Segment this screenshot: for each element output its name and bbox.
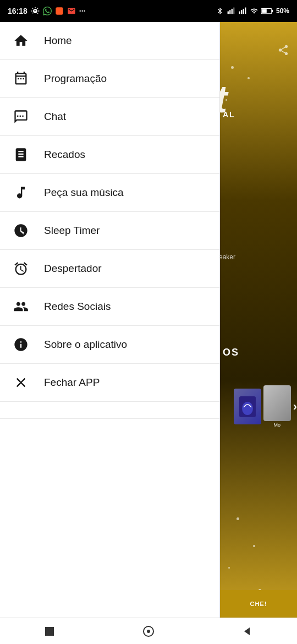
status-bar-left: 16:18 ··· bbox=[8, 7, 85, 15]
nav-back-button[interactable] bbox=[237, 620, 258, 642]
menu-label-recados: Recados bbox=[44, 149, 85, 161]
bottom-navigation bbox=[0, 618, 297, 644]
cards-area: Mo › bbox=[234, 385, 297, 428]
stop-icon bbox=[43, 625, 56, 638]
alarm-clock-icon bbox=[12, 260, 30, 277]
home-icon bbox=[12, 32, 30, 50]
nav-stop-button[interactable] bbox=[38, 620, 61, 642]
menu-label-fechar: Fechar APP bbox=[44, 376, 100, 389]
whatsapp-status-icon bbox=[43, 7, 52, 15]
menu-item-chat[interactable]: Chat bbox=[0, 98, 219, 136]
menu-item-sobre[interactable]: Sobre o aplicativo bbox=[0, 326, 219, 364]
menu-label-redes-sociais: Redes Sociais bbox=[44, 301, 111, 313]
card-thumb-1 bbox=[234, 389, 261, 424]
menu-label-sobre: Sobre o aplicativo bbox=[44, 339, 127, 351]
menu-item-recados[interactable]: Recados bbox=[0, 136, 219, 174]
svg-rect-7 bbox=[243, 9, 244, 14]
signal2-icon bbox=[238, 7, 247, 15]
menu-label-despertador: Despertador bbox=[44, 263, 102, 275]
wifi-icon bbox=[250, 7, 258, 15]
time-display: 16:18 bbox=[8, 7, 28, 15]
svg-rect-5 bbox=[239, 12, 240, 14]
music-icon bbox=[12, 184, 30, 201]
back-icon bbox=[241, 625, 254, 638]
svg-rect-11 bbox=[272, 10, 273, 13]
nav-home-button[interactable] bbox=[138, 620, 160, 642]
alarm-status-icon bbox=[31, 7, 40, 15]
svg-rect-8 bbox=[245, 8, 246, 14]
menu-item-sleep-timer[interactable]: Sleep Timer bbox=[0, 212, 219, 250]
status-bar-right: 50% bbox=[216, 7, 289, 15]
gmail-icon bbox=[67, 7, 76, 15]
close-icon bbox=[12, 374, 30, 391]
svg-rect-2 bbox=[229, 10, 230, 14]
menu-item-fechar[interactable]: Fechar APP bbox=[0, 364, 219, 402]
orange-app-icon bbox=[55, 7, 64, 15]
menu-item-peca-musica[interactable]: Peça sua música bbox=[0, 174, 219, 212]
menu-label-peca-musica: Peça sua música bbox=[44, 187, 124, 199]
book-icon bbox=[12, 146, 30, 163]
svg-rect-3 bbox=[232, 9, 233, 14]
svg-rect-0 bbox=[56, 7, 63, 14]
svg-point-16 bbox=[147, 630, 150, 633]
signal-icon bbox=[227, 7, 235, 15]
menu-item-despertador[interactable]: Despertador bbox=[0, 250, 219, 288]
extra-divider bbox=[0, 418, 219, 419]
card-thumb-2-wrapper: Mo bbox=[263, 385, 291, 428]
menu-label-home: Home bbox=[44, 35, 72, 47]
calendar-icon bbox=[12, 70, 30, 88]
chevron-right-icon: › bbox=[293, 400, 297, 414]
status-bar: 16:18 ··· 50% bbox=[0, 0, 297, 22]
card-label: Mo bbox=[273, 422, 280, 428]
battery-icon bbox=[261, 7, 273, 15]
svg-rect-14 bbox=[45, 627, 54, 636]
battery-percent: 50% bbox=[276, 7, 289, 15]
share-icon bbox=[277, 44, 289, 58]
svg-rect-10 bbox=[262, 9, 267, 13]
menu-label-sleep-timer: Sleep Timer bbox=[44, 225, 100, 237]
svg-rect-4 bbox=[233, 8, 234, 14]
right-panel: t AL eaker OS Mo › CHE! bbox=[220, 22, 297, 618]
bluetooth-icon bbox=[216, 7, 224, 15]
menu-label-programacao: Programação bbox=[44, 73, 107, 85]
social-icon bbox=[12, 298, 30, 315]
svg-rect-1 bbox=[228, 12, 229, 14]
bottom-label: CHE! bbox=[250, 601, 267, 607]
svg-rect-6 bbox=[241, 10, 242, 14]
menu-item-redes-sociais[interactable]: Redes Sociais bbox=[0, 288, 219, 326]
card-thumb-2 bbox=[263, 385, 291, 421]
menu-label-chat: Chat bbox=[44, 111, 66, 123]
label-al: AL bbox=[223, 110, 235, 119]
chat-icon bbox=[12, 108, 30, 125]
info-icon bbox=[12, 336, 30, 353]
label-speaker: eaker bbox=[220, 253, 235, 261]
svg-marker-17 bbox=[244, 627, 250, 635]
menu-item-programacao[interactable]: Programação bbox=[0, 60, 219, 98]
label-os: OS bbox=[223, 347, 239, 358]
main-container: Home Programação Chat Recados bbox=[0, 22, 297, 618]
sleep-timer-icon bbox=[12, 222, 30, 239]
bottom-golden-bar: CHE! bbox=[220, 590, 297, 618]
menu-item-home[interactable]: Home bbox=[0, 22, 219, 60]
home-circle-icon bbox=[142, 625, 155, 638]
svg-point-13 bbox=[242, 402, 253, 415]
dots-indicator: ··· bbox=[79, 7, 86, 15]
drawer-menu: Home Programação Chat Recados bbox=[0, 22, 220, 618]
